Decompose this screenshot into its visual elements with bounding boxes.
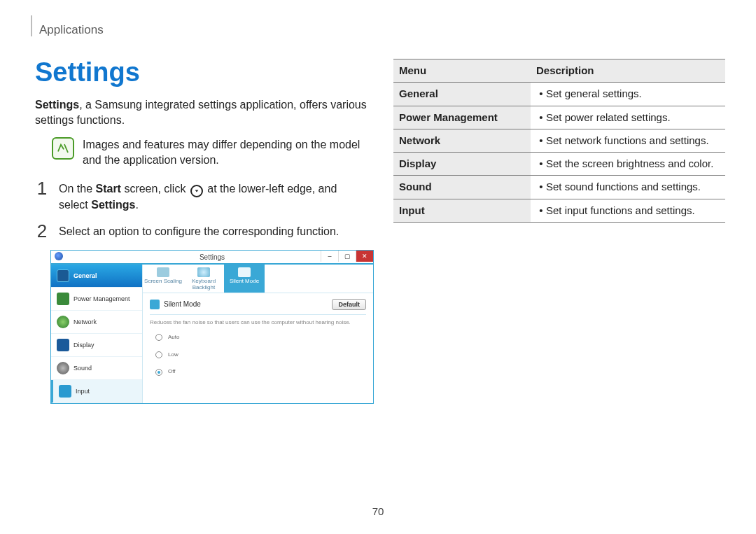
step-1-part-b: screen, click (121, 183, 189, 195)
table-desc-cell: Set general settings. (531, 83, 725, 106)
silent-mode-icon (238, 267, 251, 277)
sidebar-item-general[interactable]: General (51, 265, 142, 288)
sidebar-item-display[interactable]: Display (51, 334, 142, 357)
table-desc-cell: Set the screen brightness and color. (531, 153, 725, 176)
radio-icon (155, 351, 162, 358)
table-menu-cell: Sound (393, 176, 531, 199)
touch-icon (59, 385, 71, 398)
step-2-number: 2 (35, 222, 49, 240)
menu-description-table: Menu Description General Set general set… (393, 59, 725, 223)
step-1-bold-start: Start (95, 183, 120, 195)
silent-mode-icon (150, 300, 160, 309)
tab-screen-scaling[interactable]: Screen Scaling (143, 265, 183, 293)
table-desc-text: Set general settings. (536, 87, 720, 101)
table-menu-cell: General (393, 83, 531, 106)
radio-off[interactable]: Off (155, 368, 366, 376)
radio-label: Auto (168, 334, 179, 342)
table-desc-cell: Set sound functions and settings. (531, 176, 725, 199)
close-button[interactable]: ✕ (356, 251, 373, 262)
table-desc-text: Set network functions and settings. (536, 134, 720, 148)
sidebar-item-label: Sound (74, 364, 92, 372)
note-text: Images and features may differ depending… (83, 137, 367, 167)
app-content: Silent Mode Default Reduces the fan nois… (143, 293, 373, 391)
step-1-bold-settings: Settings (91, 199, 135, 211)
window-buttons: – ▢ ✕ (321, 251, 373, 262)
table-desc-text: Set the screen brightness and color. (536, 157, 720, 171)
sidebar-item-network[interactable]: Network (51, 311, 142, 334)
sidebar-item-sound[interactable]: Sound (51, 357, 142, 380)
table-desc-cell: Set network functions and settings. (531, 129, 725, 152)
tab-silent-mode[interactable]: Silent Mode (224, 265, 265, 293)
content-title: Silent Mode (164, 300, 201, 309)
globe-icon (57, 316, 69, 328)
app-titlebar: Settings – ▢ ✕ (51, 251, 373, 265)
keyboard-backlight-icon (197, 267, 210, 277)
table-row: General Set general settings. (393, 83, 725, 106)
sidebar-item-power[interactable]: Power Management (51, 288, 142, 311)
down-arrow-circle-icon (190, 185, 203, 197)
table-row: Sound Set sound functions and settings. (393, 176, 725, 199)
sidebar-item-label: Input (76, 387, 90, 395)
note-row: Images and features may differ depending… (35, 137, 367, 167)
table-row: Power Management Set power related setti… (393, 106, 725, 129)
settings-app-screenshot: Settings – ▢ ✕ General Power Management … (50, 250, 374, 404)
page-number: 70 (0, 505, 756, 519)
radio-icon (155, 334, 162, 341)
table-menu-cell: Power Management (393, 106, 531, 129)
table-row: Network Set network functions and settin… (393, 129, 725, 152)
note-icon (52, 137, 74, 160)
intro-paragraph: Settings, a Samsung integrated settings … (35, 97, 367, 127)
radio-low[interactable]: Low (155, 351, 366, 359)
step-1-number: 1 (35, 179, 49, 197)
table-header-menu: Menu (393, 59, 531, 83)
radio-label: Low (168, 351, 178, 359)
app-sidebar: General Power Management Network Display… (51, 265, 143, 403)
battery-icon (57, 293, 69, 305)
table-header-desc: Description (531, 59, 725, 83)
minimize-button[interactable]: – (321, 251, 338, 262)
sidebar-item-label: General (74, 272, 97, 280)
radio-label: Off (168, 368, 176, 376)
screen-scaling-icon (157, 267, 169, 277)
table-desc-text: Set power related settings. (536, 111, 720, 125)
header-divider (31, 15, 32, 36)
table-row: Display Set the screen brightness and co… (393, 153, 725, 176)
radio-auto[interactable]: Auto (155, 334, 366, 342)
app-main: Screen Scaling Keyboard Backlight Silent… (143, 265, 373, 403)
step-2: 2 Select an option to configure the corr… (35, 222, 367, 240)
step-1-part-d: . (135, 199, 138, 211)
radio-icon (155, 369, 162, 376)
table-menu-cell: Display (393, 153, 531, 176)
table-desc-text: Set input functions and settings. (536, 204, 720, 218)
content-description: Reduces the fan noise so that users can … (150, 319, 366, 327)
sidebar-item-label: Power Management (74, 295, 130, 303)
gear-icon (57, 269, 69, 282)
tab-label: Screen Scaling (144, 278, 182, 284)
step-1-text: On the Start screen, click at the lower-… (59, 179, 367, 213)
maximize-button[interactable]: ▢ (338, 251, 356, 262)
default-button[interactable]: Default (332, 299, 366, 310)
tab-label: Silent Mode (230, 278, 259, 284)
page-header-title: Applications (39, 22, 104, 38)
sidebar-item-input[interactable]: Input (51, 380, 142, 403)
table-row: Input Set input functions and settings. (393, 199, 725, 222)
intro-lead-bold: Settings (35, 99, 79, 111)
table-desc-text: Set sound functions and settings. (536, 180, 720, 194)
intro-lead-rest: , a Samsung integrated settings applicat… (35, 99, 367, 126)
step-1-part-a: On the (59, 183, 95, 195)
tab-label: Keyboard Backlight (192, 278, 216, 290)
table-desc-cell: Set input functions and settings. (531, 199, 725, 222)
table-desc-cell: Set power related settings. (531, 106, 725, 129)
step-1: 1 On the Start screen, click at the lowe… (35, 179, 367, 213)
section-title: Settings (35, 55, 367, 90)
app-tabbar: Screen Scaling Keyboard Backlight Silent… (143, 265, 373, 293)
step-2-text: Select an option to configure the corres… (59, 222, 367, 239)
table-menu-cell: Input (393, 199, 531, 222)
tab-keyboard-backlight[interactable]: Keyboard Backlight (183, 265, 224, 293)
speaker-icon (57, 362, 69, 374)
table-menu-cell: Network (393, 129, 531, 152)
sidebar-item-label: Display (74, 341, 94, 349)
monitor-icon (57, 339, 69, 351)
sidebar-item-label: Network (74, 318, 97, 326)
